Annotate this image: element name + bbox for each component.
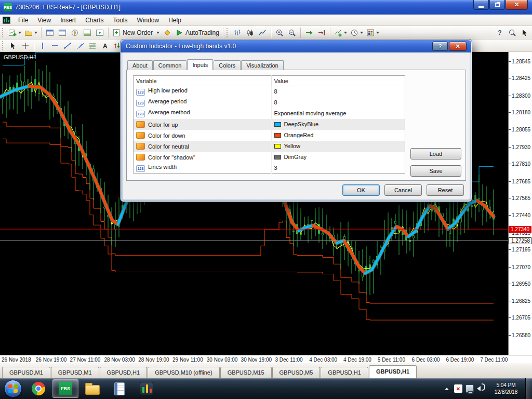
new-chart-button[interactable]	[7, 27, 23, 38]
taskbar-explorer-button[interactable]	[79, 379, 105, 398]
menu-insert[interactable]: Insert	[56, 15, 81, 25]
column-header-variable[interactable]: Variable	[134, 76, 272, 86]
reset-button[interactable]: Reset	[427, 184, 464, 196]
menu-charts[interactable]: Charts	[81, 15, 108, 25]
toolbar-separator	[223, 28, 223, 38]
chart-shift-button[interactable]	[315, 27, 328, 38]
column-header-value[interactable]: Value	[271, 76, 405, 86]
trendline-tool-button[interactable]	[61, 40, 74, 51]
ok-button[interactable]: OK	[342, 184, 380, 196]
input-row[interactable]: Color for downOrangeRed	[134, 130, 405, 141]
metaeditor-button[interactable]	[161, 27, 174, 38]
channel-tool-button[interactable]	[74, 40, 86, 51]
crosshair-tool-button[interactable]	[19, 40, 32, 51]
close-button[interactable]: ✕	[506, 0, 528, 10]
profiles-button[interactable]	[23, 27, 39, 38]
taskbar-clock[interactable]: 5:04 PM 12/8/2018	[489, 382, 523, 396]
bar-chart-button[interactable]	[231, 27, 244, 38]
param-value[interactable]: Exponential moving average	[274, 110, 347, 116]
taskbar-fbs-button[interactable]: FBS	[52, 379, 78, 398]
hidden-icons-chevron[interactable]	[445, 388, 449, 390]
param-value[interactable]: 8	[274, 88, 277, 95]
market-watch-button[interactable]	[44, 27, 56, 38]
dialog-close-button[interactable]: ✕	[449, 42, 467, 51]
chart-tab[interactable]: GBPUSD,H1	[321, 367, 368, 378]
chart-tab[interactable]: GBPUSD,H1	[100, 367, 148, 378]
param-value[interactable]: DeepSkyBlue	[284, 121, 319, 127]
param-value[interactable]: 8	[274, 99, 277, 105]
toolbar-grip[interactable]	[2, 28, 5, 37]
chart-tab[interactable]: GBPUSD,M1	[2, 367, 50, 378]
text-tool-button[interactable]: A	[99, 40, 111, 51]
new-order-button[interactable]: New Order	[111, 27, 161, 38]
param-value[interactable]: 3	[274, 165, 277, 171]
dialog-titlebar[interactable]: Custom Indicator - Low-high bands v1.0 ?…	[121, 40, 471, 52]
toolbar-grip[interactable]	[2, 41, 5, 50]
autotrading-button[interactable]: AutoTrading	[174, 27, 221, 38]
show-desktop-button[interactable]	[525, 378, 532, 399]
param-value[interactable]: Yellow	[284, 143, 300, 149]
alert-tray-icon[interactable]: ✕	[454, 384, 462, 393]
chart-tab[interactable]: GBPUSD,M15	[220, 367, 272, 378]
tab-common[interactable]: Common	[153, 60, 187, 70]
candlestick-chart-button[interactable]	[244, 27, 256, 38]
chart-tab[interactable]: GBPUSD,M10 (offline)	[148, 367, 219, 378]
tab-about[interactable]: About	[127, 60, 153, 70]
data-window-button[interactable]	[56, 27, 69, 38]
search-button[interactable]	[506, 27, 518, 38]
auto-scroll-button[interactable]	[303, 27, 315, 38]
dialog-help-button[interactable]: ?	[432, 42, 448, 51]
menu-file[interactable]: File	[14, 15, 33, 25]
cursor-mode-button[interactable]	[518, 27, 531, 38]
cancel-button[interactable]: Cancel	[384, 184, 422, 196]
navigator-button[interactable]	[69, 27, 81, 38]
terminal-button[interactable]	[81, 27, 94, 38]
tab-colors[interactable]: Colors	[214, 60, 241, 70]
strategy-tester-button[interactable]	[94, 27, 106, 38]
menu-view[interactable]: View	[33, 15, 56, 25]
chart-tab[interactable]: GBPUSD,M1	[51, 367, 99, 378]
input-row[interactable]: 123High low period8	[134, 86, 405, 97]
chart-tab[interactable]: GBPUSD,M5	[272, 367, 321, 378]
input-row[interactable]: 123Average period8	[134, 97, 405, 108]
indicators-button[interactable]	[332, 27, 349, 38]
input-row[interactable]: Color for neutralYellow	[134, 141, 405, 152]
templates-button[interactable]	[365, 27, 381, 38]
taskbar-chrome-button[interactable]	[25, 379, 51, 398]
input-row[interactable]: Color for "shadow"DimGray	[134, 152, 405, 163]
volume-icon[interactable]	[477, 384, 485, 393]
menu-tools[interactable]: Tools	[109, 15, 132, 25]
help-button[interactable]: ?	[494, 27, 506, 38]
save-button[interactable]: Save	[410, 165, 461, 177]
taskbar-mt4-button[interactable]	[134, 379, 159, 398]
param-value[interactable]: DimGray	[284, 154, 307, 160]
menu-window[interactable]: Window	[132, 15, 164, 25]
line-chart-button[interactable]	[256, 27, 269, 38]
horizontal-line-tool-button[interactable]	[49, 40, 61, 51]
time-scale[interactable]: 26 Nov 201826 Nov 19:0027 Nov 11:0028 No…	[0, 355, 532, 364]
vertical-line-tool-button[interactable]	[36, 40, 49, 51]
start-button[interactable]	[4, 380, 22, 397]
inputs-table[interactable]: Variable Value 123High low period8123Ave…	[133, 75, 405, 174]
menu-help[interactable]: Help	[164, 15, 186, 25]
price-scale[interactable]: 1.285451.284251.283001.281801.280551.279…	[508, 52, 532, 355]
pointer-tool-button[interactable]	[7, 40, 19, 51]
tab-visualization[interactable]: Visualization	[241, 60, 284, 70]
network-icon[interactable]	[466, 384, 474, 393]
zoom-out-button[interactable]	[286, 27, 298, 38]
toolbar-grip[interactable]	[227, 28, 229, 37]
chart-tab[interactable]: GBPUSD,H1	[369, 365, 417, 378]
zoom-in-button[interactable]	[273, 27, 286, 38]
taskbar-notepad-button[interactable]	[107, 379, 132, 398]
periods-button[interactable]	[349, 27, 365, 38]
restore-button[interactable]	[489, 0, 505, 10]
input-row[interactable]: 123Average methodExponential moving aver…	[134, 108, 405, 119]
input-row[interactable]: Color for upDeepSkyBlue	[134, 119, 405, 130]
input-row[interactable]: 123Lines width3	[134, 163, 405, 174]
fibonacci-tool-button[interactable]	[86, 40, 99, 51]
param-value[interactable]: OrangeRed	[284, 132, 314, 138]
load-button[interactable]: Load	[410, 148, 461, 159]
chart-window-icon[interactable]	[3, 17, 10, 24]
minimize-button[interactable]	[473, 0, 489, 10]
tab-inputs[interactable]: Inputs	[187, 59, 213, 70]
